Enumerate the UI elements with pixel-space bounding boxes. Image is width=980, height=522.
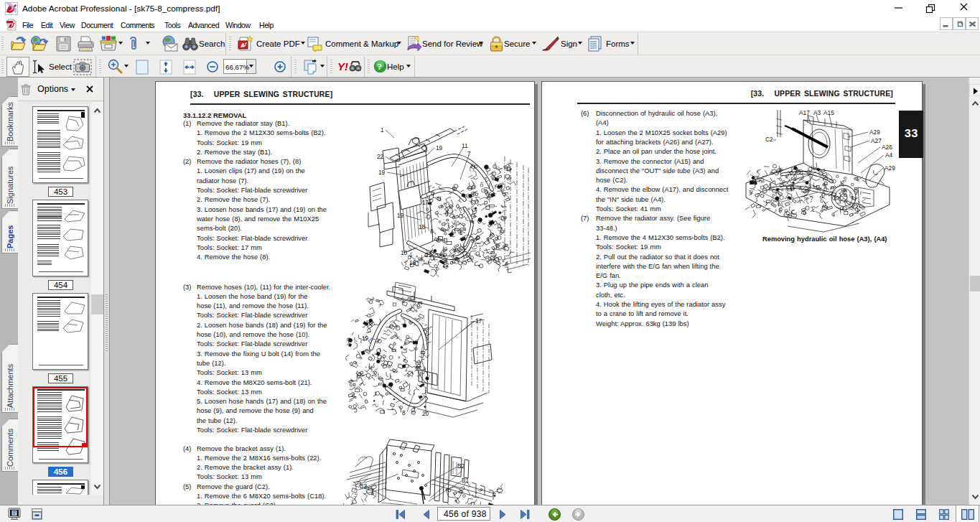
svg-text:A15: A15 — [823, 109, 834, 116]
svg-text:B1: B1 — [462, 477, 470, 484]
svg-text:B2: B2 — [360, 483, 368, 490]
svg-text:A27: A27 — [871, 137, 882, 144]
svg-text:A26: A26 — [882, 144, 892, 151]
svg-text:10: 10 — [401, 249, 408, 256]
svg-text:19: 19 — [362, 335, 369, 342]
svg-text:17: 17 — [475, 317, 482, 325]
svg-text:22: 22 — [377, 153, 384, 160]
svg-text:?: ? — [377, 61, 382, 72]
svg-text:1: 1 — [381, 126, 384, 134]
svg-text:Y!: Y! — [337, 60, 348, 73]
svg-text:A29: A29 — [869, 129, 880, 136]
svg-text:8: 8 — [402, 409, 406, 416]
svg-text:A4: A4 — [885, 152, 893, 159]
svg-text:18: 18 — [409, 259, 416, 266]
svg-text:7: 7 — [467, 150, 471, 157]
svg-text:A3: A3 — [813, 109, 821, 116]
svg-text:19: 19 — [436, 144, 443, 152]
svg-text:17: 17 — [422, 199, 429, 206]
svg-text:19: 19 — [378, 169, 386, 176]
svg-text:12: 12 — [442, 261, 449, 269]
svg-text:B2: B2 — [457, 462, 465, 470]
svg-text:A17: A17 — [799, 109, 810, 116]
svg-text:A29: A29 — [885, 164, 895, 172]
svg-text:19: 19 — [397, 212, 404, 219]
svg-text:C2: C2 — [765, 136, 773, 143]
